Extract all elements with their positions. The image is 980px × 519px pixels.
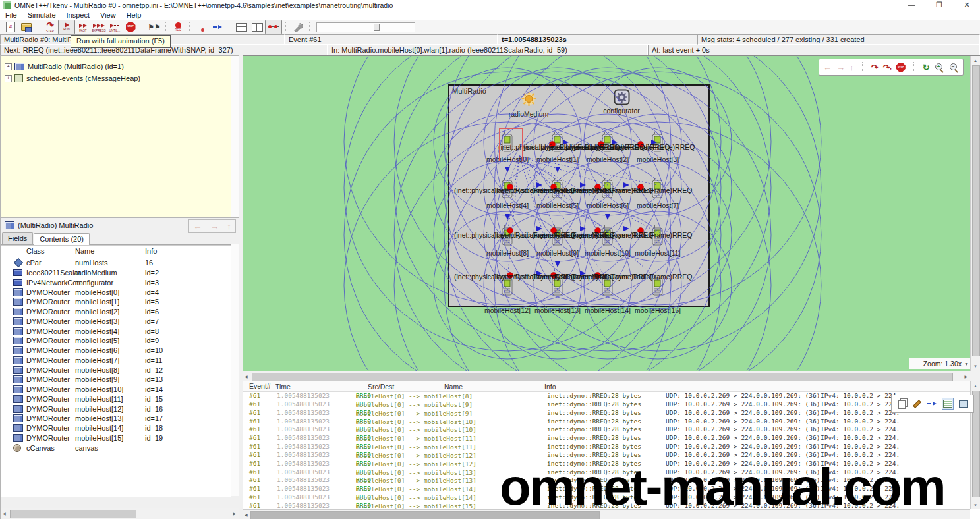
fast-button[interactable]: FAST <box>75 20 91 34</box>
mobile-host[interactable]: mobileHost[1] <box>533 131 583 163</box>
mobile-host[interactable]: mobileHost[7] <box>633 177 683 209</box>
mobile-host[interactable]: mobileHost[10] <box>583 225 633 257</box>
forward-icon[interactable]: → <box>210 221 219 231</box>
table-row[interactable]: DYMORouter mobileHost[0] id=4 <box>1 287 231 297</box>
split-vertical-button[interactable] <box>249 20 265 34</box>
table-row[interactable]: DYMORouter mobileHost[10] id=14 <box>1 385 231 395</box>
finish-button[interactable]: ⚑⚑ <box>146 20 162 34</box>
animation-options-button[interactable] <box>194 20 210 34</box>
mobile-host[interactable]: mobileHost[6] <box>583 177 633 209</box>
mobile-host[interactable]: mobileHost[12] <box>482 275 533 314</box>
speed-slider[interactable] <box>316 22 415 32</box>
table-row[interactable]: IPv4NetworkCon configurator id=3 <box>1 278 231 288</box>
mobile-host[interactable]: mobileHost[2] <box>583 131 633 163</box>
mobile-host[interactable]: mobileHost[9] <box>533 225 583 257</box>
table-view-icon[interactable] <box>942 398 954 410</box>
zoom-out-icon[interactable]: − <box>949 63 959 72</box>
new-run-button[interactable]: # <box>3 20 18 34</box>
table-row[interactable]: DYMORouter mobileHost[15] id=19 <box>1 433 231 443</box>
scroll-up-icon[interactable]: ▲ <box>973 59 977 63</box>
scroll-right-icon[interactable]: ▶ <box>233 512 236 516</box>
log-row[interactable]: #61 1.005488135023 mobileHost[0] --> mob… <box>243 391 970 400</box>
mobile-host[interactable]: mobileHost[15] <box>633 275 683 314</box>
menu-item[interactable]: Inspect <box>61 11 95 19</box>
copy-icon[interactable] <box>896 398 907 409</box>
table-row[interactable]: DYMORouter mobileHost[1] id=5 <box>1 297 231 307</box>
table-row[interactable]: DYMORouter mobileHost[14] id=18 <box>1 423 231 433</box>
log-row[interactable]: #61 1.005488135023 mobileHost[0] --> mob… <box>243 400 970 408</box>
tree-item[interactable]: + MultiRadio (MultiRadio) (id=1) <box>1 61 239 72</box>
left-horizontal-scrollbar[interactable]: ◀ ▶ <box>1 508 239 519</box>
minimize-button[interactable]: — <box>908 1 915 9</box>
canvas-run-icon[interactable]: ↷ <box>871 63 879 72</box>
network-canvas[interactable]: MultiRadio radioMedium configurator <box>243 55 980 381</box>
scroll-up-icon[interactable]: ▲ <box>973 384 977 388</box>
mobile-host[interactable]: mobileHost[4] <box>482 177 533 209</box>
scroll-down-icon[interactable]: ▼ <box>973 364 977 368</box>
table-row[interactable]: Ieee80211Scalar radioMedium id=2 <box>1 268 231 278</box>
zoom-in-icon[interactable]: + <box>935 63 944 72</box>
tree-item[interactable]: + scheduled-events (cMessageHeap) <box>1 72 239 84</box>
timeline-button[interactable] <box>265 20 282 34</box>
mobile-host[interactable]: mobileHost[13] <box>533 275 583 314</box>
parent-icon[interactable]: ↑ <box>227 221 231 231</box>
radio-medium-module[interactable]: radioMedium <box>502 91 555 118</box>
menu-item[interactable]: Simulate <box>22 11 61 19</box>
log-col-time[interactable]: Time <box>275 383 291 391</box>
tab-fields[interactable]: Fields <box>2 232 33 244</box>
canvas-stop-icon[interactable]: STOP <box>896 63 906 72</box>
back-icon[interactable]: ← <box>193 221 202 231</box>
table-row[interactable]: cCanvas canvas <box>1 443 231 452</box>
express-button[interactable]: EXPRESS <box>91 20 107 34</box>
table-row[interactable]: DYMORouter mobileHost[11] id=15 <box>1 395 231 404</box>
table-row[interactable]: DYMORouter mobileHost[5] id=9 <box>1 336 231 346</box>
table-row[interactable]: DYMORouter mobileHost[3] id=7 <box>1 317 231 327</box>
filter-icon[interactable] <box>911 398 922 409</box>
step-button[interactable]: ↷STEP <box>42 20 58 34</box>
canvas-parent-icon[interactable]: ↑ <box>850 63 854 72</box>
redraw-icon[interactable]: ↻ <box>923 63 930 72</box>
canvas-run-until-icon[interactable]: ↷▪ <box>882 63 891 72</box>
log-row[interactable]: #61 1.005488135023 mobileHost[0] --> mob… <box>243 433 970 442</box>
scroll-left-icon[interactable]: ◀ <box>245 375 248 379</box>
options-button[interactable] <box>290 20 306 34</box>
scroll-down-icon[interactable]: ▼ <box>973 503 977 507</box>
log-row[interactable]: #61 1.005488135023 mobileHost[0] --> mob… <box>243 417 970 425</box>
split-horizontal-button[interactable] <box>233 20 249 34</box>
log-col-event[interactable]: Event# <box>249 382 271 390</box>
table-row[interactable]: DYMORouter mobileHost[9] id=13 <box>1 375 231 385</box>
console-view-icon[interactable] <box>958 398 969 409</box>
mobile-host[interactable]: mobileHost[11] <box>633 225 683 257</box>
speed-slider-thumb[interactable] <box>374 24 380 31</box>
message-arrows-icon[interactable] <box>927 398 937 409</box>
canvas-horizontal-scrollbar[interactable]: ◀ ▶ <box>243 371 970 381</box>
mobile-host[interactable]: mobileHost[5] <box>533 177 583 209</box>
log-col-srcdest[interactable]: Src/Dest <box>368 383 394 391</box>
run-button[interactable]: RUN <box>58 20 75 34</box>
log-col-info[interactable]: Info <box>544 383 556 391</box>
canvas-forward-icon[interactable]: → <box>836 63 845 72</box>
chevron-down-icon[interactable]: ▼ <box>964 362 969 366</box>
message-animation-button[interactable] <box>210 20 225 34</box>
log-row[interactable]: #61 1.005488135023 mobileHost[0] --> mob… <box>243 442 970 451</box>
close-button[interactable]: ✕ <box>963 1 971 9</box>
scroll-left-icon[interactable]: ◀ <box>245 513 248 517</box>
log-row[interactable]: #61 1.005488135023 mobileHost[0] --> mob… <box>243 425 970 433</box>
tree-expand-icon[interactable]: + <box>5 63 12 70</box>
table-row[interactable]: DYMORouter mobileHost[12] id=16 <box>1 404 231 414</box>
record-button[interactable]: REC <box>170 20 186 34</box>
menu-item[interactable]: Help <box>121 11 147 19</box>
scroll-right-icon[interactable]: ▶ <box>964 375 967 379</box>
stop-button[interactable]: STOP <box>123 20 138 34</box>
table-vertical-scrollbar[interactable] <box>231 244 239 496</box>
table-row[interactable]: DYMORouter mobileHost[7] id=11 <box>1 356 231 366</box>
scroll-left-icon[interactable]: ◀ <box>3 512 6 516</box>
mobile-host[interactable]: mobileHost[14] <box>583 275 633 314</box>
canvas-back-icon[interactable]: ← <box>823 63 832 72</box>
canvas-vertical-scrollbar[interactable]: ▲ ▼ <box>970 56 980 371</box>
menu-item[interactable]: File <box>0 11 22 19</box>
table-row[interactable]: DYMORouter mobileHost[13] id=17 <box>1 414 231 423</box>
table-row[interactable]: DYMORouter mobileHost[8] id=12 <box>1 365 231 375</box>
table-row[interactable]: DYMORouter mobileHost[2] id=6 <box>1 307 231 317</box>
tree-expand-icon[interactable]: + <box>5 75 12 82</box>
